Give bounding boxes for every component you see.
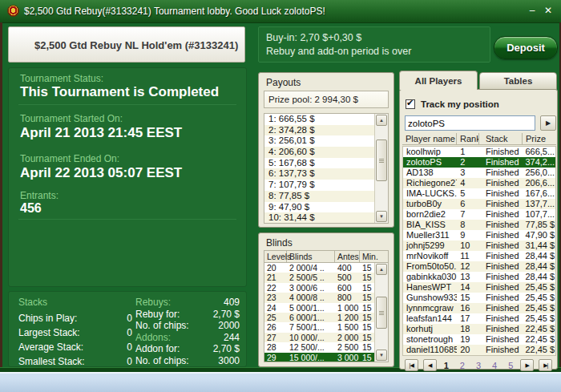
minimize-button[interactable]: – xyxy=(526,4,539,17)
cell: turboB0y xyxy=(403,199,457,209)
blinds-row[interactable]: 2710 000/...2 00015 xyxy=(264,333,388,342)
close-button[interactable]: ✕ xyxy=(542,4,555,17)
cell: Finished xyxy=(479,178,522,188)
player-row[interactable]: HanesWPT14Finished25,45 $ xyxy=(403,282,555,293)
player-row[interactable]: AD1383Finished256,0... xyxy=(403,168,555,178)
scroll-thumb[interactable] xyxy=(376,139,387,181)
scroll-up-icon[interactable]: ▲ xyxy=(376,115,387,126)
player-row[interactable]: Gunshow93315Finished25,45 $ xyxy=(403,293,555,303)
page-number[interactable]: 2 xyxy=(458,361,467,370)
taskbar xyxy=(0,372,561,392)
cell: 77,85 $ xyxy=(522,220,555,230)
scroll-thumb[interactable] xyxy=(376,297,387,329)
payout-row[interactable]: 8: 77,85 $ xyxy=(264,191,388,202)
cell: Finished xyxy=(479,293,522,303)
tab-tables[interactable]: Tables xyxy=(479,72,557,90)
player-row[interactable]: IMA-LUCKS...5Finished167,6... xyxy=(403,188,555,199)
page-number[interactable]: 1 xyxy=(442,361,451,370)
blinds-row[interactable]: 234 000/8 ..80015 xyxy=(264,293,388,302)
payouts-title: Payouts xyxy=(266,77,301,88)
deposit-button[interactable]: Deposit xyxy=(494,36,558,59)
cell: 206,6... xyxy=(522,178,555,188)
prize-pool: Prize pool: 2 994,30 $ xyxy=(264,91,389,108)
cell: 600 xyxy=(335,283,360,293)
blinds-row[interactable]: 2812 500/...2 50015 xyxy=(264,342,388,352)
scroll-up-icon[interactable]: ▲ xyxy=(376,264,387,275)
payout-row[interactable]: 3: 256,01 $ xyxy=(264,135,388,147)
payout-row[interactable]: 10: 31,44 $ xyxy=(264,212,388,224)
cell: 12 500/... xyxy=(287,342,335,352)
player-row[interactable]: gabinkka030:13Finished28,44 $ xyxy=(403,272,555,282)
cell: 5 000/1... xyxy=(287,303,335,313)
scroll-down-icon[interactable]: ▼ xyxy=(376,350,387,361)
cell: 0 xyxy=(127,341,132,353)
column-header-min: Min. xyxy=(360,251,376,262)
player-row[interactable]: Richiegone274Finished206,6... xyxy=(403,178,555,188)
cell: 15 xyxy=(360,303,376,313)
search-go-button[interactable]: ▶ xyxy=(540,115,556,131)
player-row[interactable]: Mueller3119Finished47,90 $ xyxy=(403,230,555,240)
player-row[interactable]: johnj529910Finished31,44 $ xyxy=(403,240,555,251)
cell: 666,5... xyxy=(522,147,555,157)
blinds-row[interactable]: 256 000/1...1 20015 xyxy=(264,313,388,322)
player-row[interactable]: korhutj18Finished22,45 $ xyxy=(403,324,555,334)
payout-row[interactable]: 4: 206,60 $ xyxy=(264,147,388,158)
track-position-label: Track my position xyxy=(421,99,499,109)
blinds-row[interactable]: 223 000/6 ..60015 xyxy=(264,283,388,293)
cell: 3 000 xyxy=(335,353,360,362)
first-page-button[interactable]: |◀ xyxy=(405,359,418,371)
blinds-row[interactable]: 267 500/1...1 50015 xyxy=(264,322,388,332)
player-row[interactable]: BIA_KISS8Finished77,85 $ xyxy=(403,220,555,230)
player-row[interactable]: zolotoPS2Finished374,2... xyxy=(403,157,555,168)
cell: 21 xyxy=(264,273,287,282)
player-row[interactable]: mrNovikoff11Finished28,44 $ xyxy=(403,251,555,261)
cell: Finished xyxy=(479,282,522,293)
blinds-row[interactable]: 245 000/1...1 00015 xyxy=(264,303,388,313)
player-row[interactable]: lynnmcgraw16Finished25,45 $ xyxy=(403,303,555,313)
checkbox-checked-icon[interactable] xyxy=(406,99,415,109)
page-number[interactable]: 3 xyxy=(474,361,483,370)
payout-row[interactable]: 9: 47,90 $ xyxy=(264,202,388,213)
payout-row[interactable]: 5: 167,68 $ xyxy=(264,158,388,169)
cell: Chips in Play: xyxy=(18,313,77,324)
player-row[interactable]: leafsfan14417Finished25,45 $ xyxy=(403,313,555,324)
cell: 400 xyxy=(335,263,360,273)
prev-page-button[interactable]: ◀ xyxy=(423,359,437,371)
cell: Finished xyxy=(479,251,522,261)
blinds-scrollbar[interactable]: ▲ ▼ xyxy=(374,263,388,362)
page-number[interactable]: 4 xyxy=(490,361,499,370)
cell: korhutj xyxy=(403,324,457,334)
tournament-name-box: $2,500 Gtd Rebuy NL Hold'em (#3133241) xyxy=(8,26,245,63)
window-left-border xyxy=(0,22,2,372)
blinds-row[interactable]: 2915 000/...3 00015 xyxy=(264,353,388,362)
blinds-title: Blinds xyxy=(266,237,293,249)
player-row[interactable]: stonetrough19Finished22,45 $ xyxy=(403,334,555,345)
cell: 374,2... xyxy=(522,157,555,168)
tab-all-players[interactable]: All Players xyxy=(399,71,478,90)
blinds-row[interactable]: 212 500/5 ..50015 xyxy=(264,273,388,282)
payout-row[interactable]: 2: 374,28 $ xyxy=(264,125,388,136)
cell: 28 xyxy=(264,342,287,352)
last-page-button[interactable]: ▶| xyxy=(539,359,552,371)
scroll-down-icon[interactable]: ▼ xyxy=(376,211,387,222)
payouts-scrollbar[interactable]: ▲ ▼ xyxy=(374,114,388,223)
page-number[interactable]: 5 xyxy=(506,361,515,370)
blinds-row[interactable]: 202 000/4 ..40015 xyxy=(264,263,388,273)
next-page-button[interactable]: ▶ xyxy=(520,359,534,371)
payout-row[interactable]: 1: 666,55 $ xyxy=(264,114,388,125)
cell: lynnmcgraw xyxy=(403,303,457,313)
player-search-input[interactable] xyxy=(405,115,535,131)
player-row[interactable]: born2die27Finished107,7... xyxy=(403,209,555,220)
cell: No. of chips: xyxy=(135,320,189,331)
player-row[interactable]: daniel11068520Finished22,45 $ xyxy=(403,345,555,355)
cell: 20 xyxy=(264,263,287,273)
cell: Finished xyxy=(479,334,522,345)
player-row[interactable]: turboB0y6Finished137,7... xyxy=(403,199,555,209)
cell: 3 000/6 .. xyxy=(287,283,335,293)
player-row[interactable]: From50to50..12Finished28,44 $ xyxy=(403,261,555,272)
cell: 22,45 $ xyxy=(522,345,555,355)
player-row[interactable]: koolhwip1Finished666,5... xyxy=(403,147,555,157)
track-position-toggle[interactable]: Track my position xyxy=(406,99,499,110)
payout-row[interactable]: 6: 137,73 $ xyxy=(264,168,388,180)
payout-row[interactable]: 7: 107,79 $ xyxy=(264,180,388,191)
